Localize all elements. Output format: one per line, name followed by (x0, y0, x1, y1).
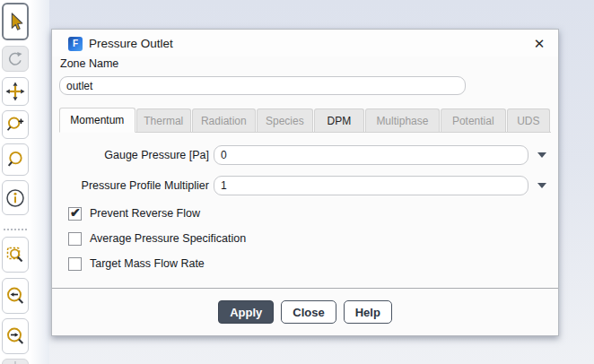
tab-multiphase[interactable]: Multiphase (365, 108, 440, 132)
rotate-view-button[interactable] (2, 46, 29, 72)
magnifier-icon (5, 150, 25, 169)
tab-thermal[interactable]: Thermal (136, 108, 191, 132)
zone-name-input[interactable] (59, 76, 466, 95)
box-zoom-tool-button[interactable] (2, 237, 29, 273)
box-zoom-icon (4, 244, 26, 265)
select-tool-button[interactable] (2, 3, 29, 40)
checkbox-box[interactable] (68, 232, 82, 246)
pressure-profile-multiplier-label: Pressure Profile Multiplier (59, 176, 209, 195)
tab-species[interactable]: Species (257, 108, 313, 132)
close-icon[interactable]: ✕ (531, 36, 547, 52)
target-mass-flow-rate-checkbox[interactable]: Target Mass Flow Rate (68, 256, 205, 271)
zoom-in-tool-button[interactable] (2, 110, 29, 139)
tab-bar: Momentum Thermal Radiation Species DPM M… (59, 108, 551, 133)
help-button[interactable]: Help (344, 300, 392, 324)
zoom-forward-button[interactable] (2, 318, 29, 354)
info-icon (4, 187, 26, 209)
close-button[interactable]: Close (281, 300, 336, 324)
gauge-pressure-input[interactable] (214, 145, 528, 165)
pressure-profile-multiplier-input[interactable] (214, 176, 528, 195)
prevent-reverse-flow-checkbox[interactable]: Prevent Reverse Flow (68, 206, 200, 221)
zoom-back-icon (4, 285, 26, 307)
tab-momentum[interactable]: Momentum (59, 108, 135, 133)
gauge-pressure-label: Gauge Pressure [Pa] (59, 145, 209, 165)
graphics-toolbar (0, 0, 49, 364)
tab-radiation[interactable]: Radiation (192, 108, 256, 132)
zoom-forward-icon (4, 325, 26, 347)
gauge-pressure-profile-dropdown[interactable] (537, 145, 547, 165)
tab-uds[interactable]: UDS (507, 108, 550, 132)
tab-potential[interactable]: Potential (441, 108, 506, 132)
apply-button[interactable]: Apply (218, 300, 274, 324)
zone-name-label: Zone Name (60, 57, 118, 70)
zoom-tool-button[interactable] (2, 143, 29, 176)
fluent-logo-icon: F (68, 37, 83, 51)
pan-icon (5, 82, 25, 101)
average-pressure-specification-label: Average Pressure Specification (90, 232, 246, 245)
zoom-in-icon (5, 115, 25, 134)
dialog-button-row: Apply Close Help (52, 299, 558, 325)
zoom-back-button[interactable] (2, 278, 29, 314)
pan-tool-button[interactable] (2, 77, 29, 106)
tab-dpm[interactable]: DPM (314, 108, 364, 132)
info-tool-button[interactable] (2, 180, 29, 215)
prevent-reverse-flow-label: Prevent Reverse Flow (90, 207, 200, 220)
checkbox-box[interactable] (68, 207, 82, 221)
pressure-profile-multiplier-dropdown[interactable] (537, 176, 547, 195)
dialog-titlebar: F Pressure Outlet ✕ (52, 30, 558, 56)
toolbar-separator (4, 229, 27, 230)
footer-separator (52, 288, 558, 289)
pressure-outlet-dialog: F Pressure Outlet ✕ Zone Name Momentum T… (51, 29, 559, 336)
rotate-icon (5, 49, 25, 69)
target-mass-flow-rate-label: Target Mass Flow Rate (90, 257, 205, 270)
probe-icon (5, 360, 25, 364)
average-pressure-specification-checkbox[interactable]: Average Pressure Specification (68, 231, 246, 246)
dialog-title: Pressure Outlet (89, 37, 173, 50)
pointer-icon (5, 12, 25, 31)
checkbox-box[interactable] (68, 257, 82, 271)
probe-tool-button[interactable] (2, 359, 29, 364)
